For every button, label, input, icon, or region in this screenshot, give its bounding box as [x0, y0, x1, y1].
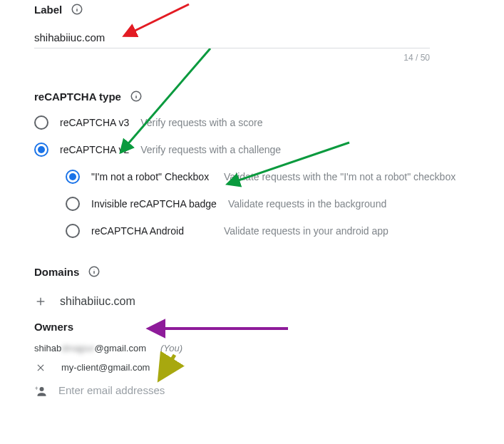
- radio-v2[interactable]: reCAPTCHA v2 Verify requests with a chal…: [34, 143, 504, 157]
- radio-desc: Verify requests with a challenge: [140, 144, 281, 155]
- owner-email-prefix: shihab: [34, 343, 61, 353]
- add-owner-row[interactable]: +: [34, 381, 504, 401]
- owner-primary-email: shihabdinajpur@gmail.com: [34, 343, 146, 353]
- svg-point-10: [136, 94, 137, 95]
- radio-button[interactable]: [34, 115, 48, 130]
- radio-label: reCAPTCHA Android: [91, 225, 212, 237]
- owners-heading-text: Owners: [34, 321, 73, 333]
- radio-button[interactable]: [66, 224, 80, 238]
- radio-label: reCAPTCHA v3: [60, 117, 129, 128]
- radio-label: Invisible reCAPTCHA badge: [91, 198, 217, 210]
- radio-label: "I'm not a robot" Checkbox: [91, 171, 212, 182]
- owner-primary-row: shihabdinajpur@gmail.com (You): [34, 343, 504, 353]
- recaptcha-type-heading-text: reCAPTCHA type: [34, 91, 121, 103]
- radio-v2-android[interactable]: reCAPTCHA Android Validate requests in y…: [66, 224, 504, 238]
- domains-heading-text: Domains: [34, 266, 79, 278]
- radio-desc: Validate requests in your android app: [224, 225, 389, 237]
- owners-heading: Owners: [34, 321, 504, 333]
- radio-button[interactable]: [34, 143, 48, 157]
- add-person-icon[interactable]: +: [34, 385, 47, 398]
- info-icon[interactable]: [71, 3, 83, 16]
- radio-label: reCAPTCHA v2: [60, 144, 129, 155]
- close-icon[interactable]: [34, 363, 47, 373]
- radio-v3[interactable]: reCAPTCHA v3 Verify requests with a scor…: [34, 115, 504, 130]
- info-icon[interactable]: [88, 265, 101, 278]
- svg-text:+: +: [35, 385, 38, 391]
- label-heading-text: Label: [34, 4, 62, 16]
- label-char-counter: 14 / 50: [34, 53, 430, 63]
- radio-desc: Verify requests with a score: [140, 117, 262, 128]
- recaptcha-type-heading: reCAPTCHA type: [34, 90, 504, 103]
- svg-point-18: [40, 387, 44, 391]
- owner-you-label: (You): [160, 343, 182, 353]
- svg-point-7: [77, 7, 78, 8]
- domain-value[interactable]: shihabiiuc.com: [60, 295, 135, 308]
- domains-heading: Domains: [34, 265, 504, 278]
- radio-button[interactable]: [66, 170, 80, 184]
- radio-button[interactable]: [66, 197, 80, 211]
- label-heading: Label: [34, 3, 504, 16]
- owner-email-input[interactable]: [58, 381, 401, 401]
- owner-row: my-client@gmail.com: [34, 362, 504, 373]
- svg-point-13: [94, 269, 95, 270]
- radio-v2-checkbox[interactable]: "I'm not a robot" Checkbox Validate requ…: [66, 170, 504, 184]
- radio-desc: Validate requests with the "I'm not a ro…: [224, 171, 456, 182]
- domain-row: shihabiiuc.com: [34, 295, 504, 308]
- owner-email-blurred: dinajpur: [61, 343, 94, 353]
- info-icon[interactable]: [130, 90, 143, 103]
- owner-email-suffix: @gmail.com: [95, 343, 146, 353]
- radio-desc: Validate requests in the background: [228, 198, 386, 210]
- label-input[interactable]: [34, 29, 430, 48]
- plus-icon[interactable]: [34, 296, 47, 307]
- radio-v2-invisible[interactable]: Invisible reCAPTCHA badge Validate reque…: [66, 197, 504, 211]
- owner-email: my-client@gmail.com: [61, 362, 150, 373]
